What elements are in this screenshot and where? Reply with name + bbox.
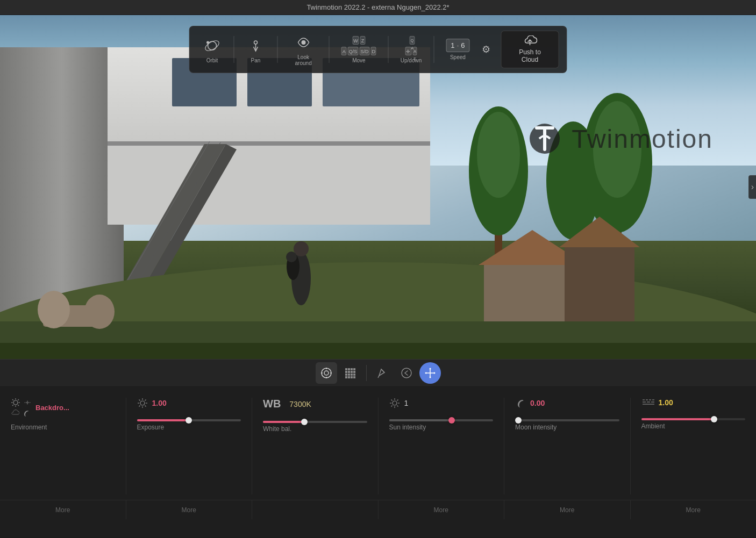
watermark: Twinmotion (529, 123, 713, 155)
environment-label: Environment (11, 424, 47, 431)
key-a: A (341, 47, 347, 55)
right-panel-toggle[interactable]: › (748, 175, 756, 199)
nav-toolbar: Orbit Pan Look around (189, 26, 567, 73)
sun-intensity-fill (389, 419, 452, 421)
svg-line-63 (381, 369, 384, 372)
exposure-sun-icon (137, 398, 148, 408)
moonintensity-more[interactable]: More (504, 500, 631, 519)
exposure-label: Exposure (137, 424, 165, 431)
settings-button[interactable]: ⚙ (480, 41, 493, 58)
svg-rect-58 (353, 374, 355, 376)
key-cross: ✛ (405, 47, 411, 55)
svg-line-93 (397, 406, 398, 407)
push-to-cloud-button[interactable]: Push to Cloud (501, 31, 559, 68)
wb-slider[interactable] (263, 421, 367, 423)
toolbar-divider-3 (329, 36, 330, 63)
ambient-more[interactable]: More (631, 500, 757, 519)
pencil-icon (377, 367, 389, 379)
wb-more[interactable]: More (252, 500, 379, 519)
environment-section: Backdro... Environment (0, 398, 126, 494)
grid-tool-button[interactable] (339, 362, 361, 384)
environment-tool-button[interactable] (316, 362, 337, 384)
orbit-control[interactable]: Orbit (197, 34, 227, 66)
key-empty-2 (366, 36, 367, 45)
svg-rect-54 (353, 371, 355, 373)
viewport: Twinmotion Orbit (0, 15, 756, 359)
svg-line-85 (145, 400, 146, 401)
pan-control[interactable]: Pan (240, 34, 270, 66)
toolbar-divider-2 (277, 36, 277, 63)
sun-intensity-label: Sun intensity (389, 424, 426, 431)
updown-control[interactable]: QA ✛ AE Up/down (395, 34, 427, 66)
moon-intensity-slider[interactable] (515, 419, 619, 421)
svg-point-65 (402, 368, 411, 378)
move-control[interactable]: W Z A Q/S S/D D Move (336, 34, 382, 66)
ambient-icon-row: 1.00 (641, 398, 746, 407)
sun-intensity-more-button[interactable]: More (434, 506, 448, 514)
sun-intensity-thumb (448, 417, 455, 424)
move-tool-button[interactable] (419, 362, 441, 384)
environment-more[interactable]: More (0, 500, 126, 519)
orbit-label: Orbit (206, 58, 218, 63)
svg-rect-56 (348, 374, 350, 376)
toolbar-divider (366, 365, 367, 381)
environment-icon-row: Backdro... (11, 398, 115, 417)
moon-intensity-label: Moon intensity (515, 424, 557, 431)
svg-point-35 (204, 38, 220, 52)
sunintensity-more[interactable]: More (379, 500, 505, 519)
title-text: Twinmotion 2022.2 - externa Ngugen_2022.… (306, 3, 449, 11)
ambient-slider[interactable] (641, 418, 746, 420)
key-s-d: S/D (359, 47, 369, 55)
lookaround-icon (294, 33, 313, 52)
whitebal-section: WB 7300K White bal. (252, 398, 379, 494)
svg-rect-47 (345, 368, 347, 370)
svg-rect-59 (345, 376, 347, 378)
pencil-tool-button[interactable] (372, 362, 394, 384)
exposure-more-button[interactable]: More (182, 506, 196, 514)
svg-rect-51 (345, 371, 347, 373)
exposure-more[interactable]: More (126, 500, 253, 519)
back-tool-button[interactable] (396, 362, 417, 384)
updown-label: Up/down (401, 58, 422, 63)
toolbar-divider-5 (433, 36, 434, 63)
svg-line-94 (397, 400, 398, 401)
speed-box[interactable]: 1 • 6 (446, 39, 469, 52)
svg-point-41 (322, 368, 331, 378)
svg-line-74 (18, 405, 19, 406)
wb-icon-row: WB 7300K (263, 398, 367, 410)
key-qa: QA (410, 36, 415, 45)
svg-line-76 (12, 405, 13, 406)
moon-intensity-more-button[interactable]: More (560, 506, 574, 514)
speed-control[interactable]: 1 • 6 Speed (440, 37, 475, 62)
svg-rect-60 (348, 376, 350, 378)
svg-line-95 (391, 406, 392, 407)
lookaround-control[interactable]: Look around (284, 31, 323, 68)
lookaround-label: Look around (289, 54, 317, 66)
key-ae: AE (412, 47, 417, 55)
svg-point-78 (140, 401, 145, 405)
svg-line-73 (12, 399, 13, 400)
exposure-value: 1.00 (152, 399, 167, 407)
svg-rect-50 (353, 368, 355, 370)
wb-label: WB (263, 398, 281, 410)
sun-intensity-slider[interactable] (389, 419, 494, 421)
key-z: Z (360, 36, 366, 45)
ambient-more-button[interactable]: More (686, 506, 701, 514)
sunintensity-section: 1 Sun intensity (379, 398, 505, 494)
exposure-slider-fill (137, 419, 189, 421)
exposure-slider-thumb (186, 417, 192, 424)
svg-point-68 (13, 400, 18, 405)
exposure-slider[interactable] (137, 419, 241, 421)
environment-more-button[interactable]: More (55, 506, 70, 514)
svg-line-64 (378, 376, 379, 378)
ambient-value: 1.00 (659, 398, 673, 407)
svg-rect-57 (351, 374, 353, 376)
ambient-fill (641, 418, 714, 420)
settings-small-icon (24, 400, 31, 405)
moonintensity-section: 0.00 Moon intensity (504, 398, 631, 494)
svg-rect-62 (353, 376, 355, 378)
ambient-section: 1.00 Ambient (631, 398, 757, 494)
key-w: W (352, 36, 359, 45)
svg-line-83 (139, 400, 140, 401)
grid-icon (344, 367, 356, 379)
